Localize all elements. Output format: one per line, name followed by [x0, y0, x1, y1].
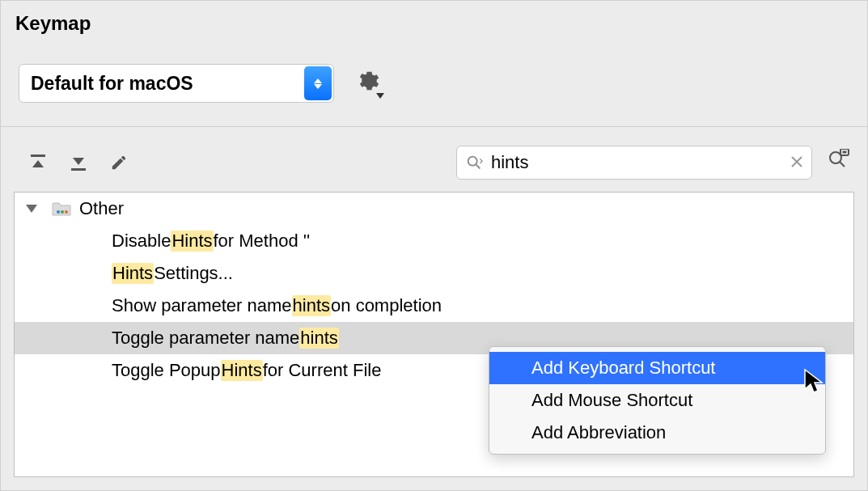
gear-dropdown-icon [376, 93, 384, 99]
item-post: on completion [331, 295, 442, 316]
item-pre: Disable [112, 231, 171, 252]
svg-point-11 [61, 210, 64, 214]
find-by-shortcut-button[interactable] [827, 149, 849, 176]
item-highlight: Hints [171, 231, 213, 252]
menu-add-abbreviation[interactable]: Add Abbreviation [489, 417, 825, 449]
edit-button[interactable] [106, 150, 132, 176]
scheme-row: Default for macOS [19, 64, 379, 103]
svg-point-2 [468, 157, 477, 166]
svg-rect-9 [843, 151, 847, 154]
svg-point-6 [830, 152, 841, 163]
item-pre: Toggle parameter name [112, 328, 299, 349]
search-input[interactable] [489, 151, 790, 174]
scheme-select[interactable]: Default for macOS [19, 64, 334, 103]
collapse-all-button[interactable] [66, 150, 91, 176]
item-post: for Method '' [214, 231, 311, 252]
find-shortcut-icon [827, 149, 849, 171]
gear-icon [355, 69, 379, 93]
svg-point-12 [57, 210, 60, 214]
item-post: Settings... [154, 263, 233, 284]
tree-item[interactable]: Show parameter name hints on completion [15, 290, 853, 322]
item-highlight: Hints [112, 263, 154, 284]
pencil-icon [110, 154, 128, 171]
context-menu: Add Keyboard Shortcut Add Mouse Shortcut… [489, 346, 826, 455]
tree-item[interactable]: Disable Hints for Method '' [15, 225, 853, 257]
folder-icon [52, 201, 71, 217]
svg-line-7 [840, 162, 845, 167]
keymap-panel: Keymap Default for macOS [0, 0, 868, 491]
toolbar [1, 143, 867, 182]
chevron-down-icon [26, 205, 37, 213]
item-post: for Current File [263, 360, 382, 381]
select-caret-icon [304, 66, 332, 100]
tree-group-label: Other [79, 198, 124, 219]
search-icon [465, 154, 483, 171]
svg-point-10 [65, 210, 68, 214]
clear-search-button[interactable] [790, 152, 803, 173]
expand-all-icon [28, 153, 48, 172]
search-box[interactable] [456, 146, 812, 180]
collapse-all-icon [69, 153, 88, 172]
panel-title: Keymap [15, 12, 91, 35]
svg-rect-1 [71, 168, 86, 171]
item-pre: Toggle Popup [112, 360, 221, 381]
gear-button[interactable] [355, 69, 379, 98]
item-highlight: hints [299, 328, 338, 349]
menu-add-mouse-shortcut[interactable]: Add Mouse Shortcut [489, 384, 825, 417]
expand-all-button[interactable] [25, 150, 51, 176]
close-icon [790, 155, 803, 168]
item-highlight: Hints [221, 360, 263, 381]
svg-rect-0 [31, 154, 45, 157]
scheme-select-value: Default for macOS [31, 73, 193, 95]
divider [1, 126, 867, 127]
tree-group-row[interactable]: Other [15, 193, 853, 225]
svg-line-3 [476, 165, 481, 169]
item-highlight: hints [292, 295, 331, 316]
tree-item[interactable]: Hints Settings... [15, 257, 853, 290]
menu-add-keyboard-shortcut[interactable]: Add Keyboard Shortcut [489, 352, 825, 384]
item-pre: Show parameter name [112, 295, 292, 316]
